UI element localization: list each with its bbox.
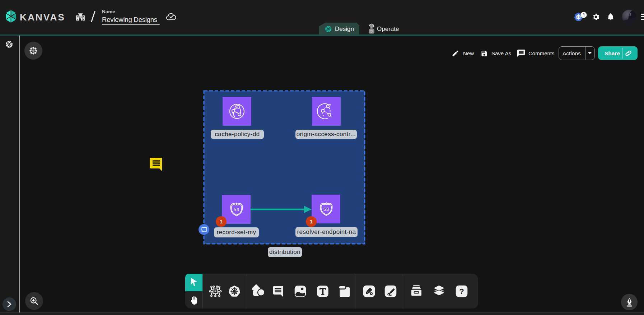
svg-text:53: 53 [323, 207, 329, 212]
svg-text:?: ? [459, 287, 464, 296]
svg-text:53: 53 [234, 207, 239, 212]
